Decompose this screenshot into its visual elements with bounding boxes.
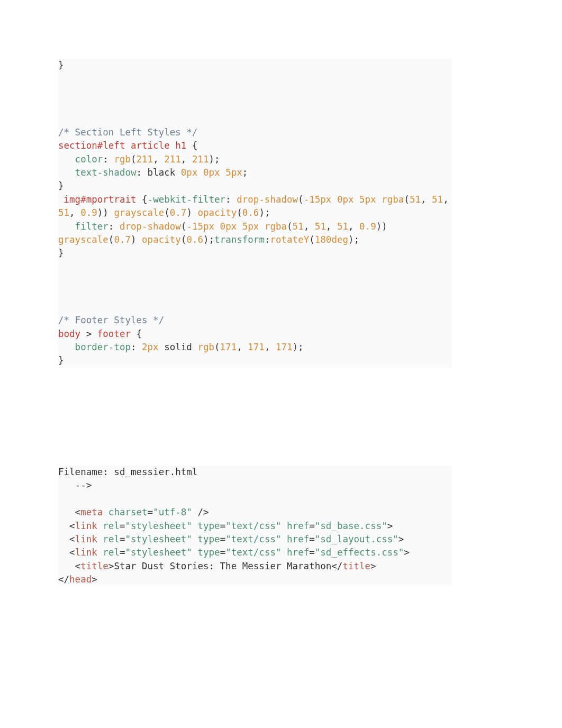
css-property: -webkit-filter: [148, 194, 226, 205]
html-tag: title: [80, 561, 108, 571]
html-attr: charset: [108, 507, 148, 517]
css-property: border-top: [75, 342, 131, 352]
code-text: }: [58, 60, 64, 70]
html-tag: head: [69, 574, 92, 585]
html-tag: link: [75, 547, 97, 558]
html-tag: link: [75, 534, 97, 544]
html-tag: meta: [80, 507, 103, 517]
css-property: text-shadow: [75, 167, 137, 178]
comment: /* Footer Styles */: [58, 315, 164, 325]
html-tag: link: [75, 521, 97, 531]
html-code-block: Filename: sd_messier.html --> <meta char…: [58, 466, 452, 586]
code-text: Filename: sd_messier.html: [58, 467, 197, 477]
css-property: transform: [214, 234, 265, 245]
code-content: } /* Section Left Styles */ section#left…: [58, 59, 452, 368]
css-code-block: } /* Section Left Styles */ section#left…: [58, 59, 452, 368]
css-property: filter: [75, 221, 108, 232]
css-property: color: [75, 154, 103, 165]
comment: /* Section Left Styles */: [58, 127, 197, 138]
css-selector: body: [58, 329, 80, 339]
css-selector: section#left article h1: [58, 140, 186, 151]
code-content: Filename: sd_messier.html --> <meta char…: [58, 466, 452, 586]
title-text: Star Dust Stories: The Messier Marathon: [114, 561, 331, 571]
css-selector: img#mportrait: [64, 194, 137, 205]
